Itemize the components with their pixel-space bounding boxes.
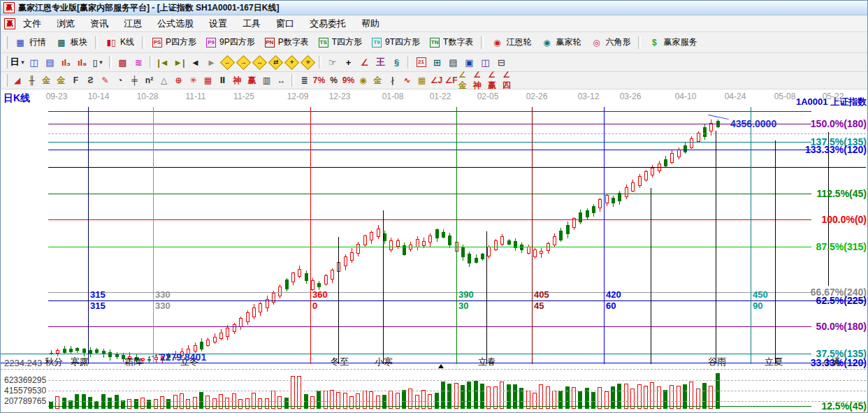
toolbar-button-crosshair[interactable]: + <box>340 55 356 70</box>
toolbar-button-star-target[interactable]: ✳ <box>186 74 201 87</box>
toolbar-button-ruler-123[interactable]: ▥ <box>259 74 274 87</box>
toolbar-button-shift-left[interactable]: ← <box>219 55 236 70</box>
toolbar-button-next-bar[interactable]: ► <box>203 55 219 70</box>
toolbar-button-prev-bar[interactable]: ◄ <box>187 55 203 70</box>
menu-item-帮助[interactable]: 帮助 <box>354 16 387 31</box>
toolbar-button-candle-pen[interactable]: ∤ <box>385 74 400 87</box>
toolbar-button-bars-9[interactable]: ıl₉ <box>74 55 90 70</box>
toolbar-button-winner-wheel[interactable]: ◉赢家轮 <box>536 35 586 50</box>
toolbar-button-candle-style[interactable]: ▯▼ <box>90 55 106 70</box>
toolbar-button-cycle-clock[interactable]: ◔ <box>113 74 127 87</box>
toolbar-button-percent[interactable]: % <box>326 74 341 87</box>
menu-item-资讯[interactable]: 资讯 <box>82 16 116 31</box>
toolbar-button-set-square[interactable]: △ <box>157 74 171 87</box>
toolbar-button-hexagon[interactable]: ◎六角形 <box>586 35 635 50</box>
volume-bar <box>415 395 419 409</box>
spiral-tool-icon: § <box>394 57 399 68</box>
toolbar-button-memo[interactable]: ▤ <box>445 55 461 70</box>
toolbar-button-ruler-gold-1[interactable]: 金 <box>39 74 54 87</box>
gann-vline <box>651 188 651 364</box>
toolbar-button-spiral-tool[interactable]: § <box>389 55 405 70</box>
toolbar-button-market-map[interactable]: ◫ <box>26 55 42 70</box>
toolbar-button-info-note[interactable]: ▤ <box>42 55 58 70</box>
menu-item-设置[interactable]: 设置 <box>201 16 235 31</box>
toolbar-button-ruler-dense[interactable]: ╪ <box>127 74 142 87</box>
toolbar-button-p-number-table[interactable]: PNP数字表 <box>260 35 314 50</box>
toolbar-button-wave-line[interactable]: ∿ <box>400 74 414 87</box>
toolbar-button-double-bar[interactable]: Ⅱ <box>215 74 230 87</box>
toolbar-button-zoom-in[interactable]: ⇄ <box>268 55 284 70</box>
toolbar-button-save[interactable]: ▣ <box>461 55 477 70</box>
toolbar-button-t-number-table[interactable]: TNT数字表 <box>425 35 478 50</box>
toolbar-button-angle-j[interactable]: ∠J <box>429 74 444 87</box>
solar-term-label: 寒露 <box>71 356 89 368</box>
toolbar-button-last-bar[interactable]: ►| <box>171 55 187 70</box>
toolbar-button-gold-lines[interactable]: 金 <box>370 74 385 87</box>
toolbar-button-gann-wheel[interactable]: ◉江恩轮 <box>486 35 536 50</box>
toolbar-button-angle-f[interactable]: ∠F <box>444 74 458 87</box>
toolbar-button-angle-si[interactable]: ∠四 <box>502 74 517 87</box>
toolbar-button-snapshot[interactable]: ◫ <box>477 55 493 70</box>
toolbar-button-ruler-n2[interactable]: n² <box>142 74 157 87</box>
toolbar-button-percent-7[interactable]: 7% <box>312 74 326 87</box>
toolbar-button-zoom-all[interactable]: ✳ <box>300 55 316 70</box>
menu-item-文件[interactable]: 文件 <box>15 16 49 31</box>
toolbar-button-draw-pen[interactable]: ◢ <box>10 74 24 87</box>
toolbar-button-ruler-plain[interactable]: ╫ <box>24 74 39 87</box>
menu-item-江恩[interactable]: 江恩 <box>116 16 150 31</box>
toolbar-button-print[interactable]: ⊟ <box>493 55 509 70</box>
toolbar-button-gann-frame[interactable]: 王 <box>372 55 389 70</box>
menu-item-窗口[interactable]: 窗口 <box>268 16 302 31</box>
toolbar-button-first-bar[interactable]: |◄ <box>155 55 171 70</box>
toolbar-button-width-arrows[interactable]: ↔ <box>274 74 289 87</box>
calendar-21-icon: 21 <box>417 57 426 67</box>
toolbar-button-period-day[interactable]: 日▼ <box>10 55 26 70</box>
ruler-gold-1-icon: 金 <box>43 75 51 87</box>
toolbar-button-angle-shen[interactable]: ∠神 <box>473 74 488 87</box>
toolbar-button-p-square[interactable]: PSP四方形 <box>147 35 201 50</box>
toolbar-button-quotes[interactable]: ▦行情 <box>10 35 51 50</box>
toolbar-button-gold-grid[interactable]: ▦ <box>414 74 429 87</box>
toolbar-button-pan-hand[interactable]: ☞ <box>324 55 340 70</box>
toolbar-button-ruler-gold-2[interactable]: 金 <box>54 74 68 87</box>
toolbar-button-t-square[interactable]: TST四方形 <box>314 35 367 50</box>
toolbar-button-red-pen[interactable]: ✎ <box>98 74 113 87</box>
menu-item-浏览[interactable]: 浏览 <box>49 16 82 31</box>
toolbar-button-scale-bars[interactable]: ≣ <box>297 74 312 87</box>
toolbar-button-target-circle[interactable]: ⊕ <box>171 74 186 87</box>
toolbar-button-grid-target[interactable]: ▦ <box>201 74 215 87</box>
toolbar-button-gann-chart[interactable]: ▩ <box>115 55 131 70</box>
toolbar-button-kline[interactable]: ▮▯K线 <box>101 35 139 50</box>
toolbar-button-calculator[interactable]: ⊞ <box>429 55 445 70</box>
toolbar-button-p9-square[interactable]: P99P四方形 <box>201 35 260 50</box>
toolbar-button-sectors[interactable]: ▩板块 <box>51 35 92 50</box>
toolbar-button-angle-gold[interactable]: ∠金 <box>458 74 473 87</box>
toolbar-button-ruler-shen[interactable]: 神 <box>230 74 245 87</box>
toolbar-button-ruler-ying[interactable]: 赢 <box>245 74 259 87</box>
t-number-table-label: T数字表 <box>443 36 473 48</box>
toolbar-button-ruler-3[interactable]: Ƨ <box>83 74 98 87</box>
toolbar-button-color-histogram[interactable]: ≋ <box>131 55 147 70</box>
date-tick: 03-12 <box>578 92 600 101</box>
prev-bar-icon: ◄ <box>191 57 200 68</box>
menu-item-交易委托[interactable]: 交易委托 <box>302 16 354 31</box>
toolbar-button-zoom-out[interactable]: + <box>284 55 300 70</box>
date-tick: 10-28 <box>137 92 159 101</box>
toolbar-button-gold-circle[interactable]: ◉ <box>356 74 370 87</box>
toolbar-button-ruler-f[interactable]: F <box>68 74 83 87</box>
quotes-label: 行情 <box>29 36 46 48</box>
toolbar-button-angle-ying[interactable]: ∠赢 <box>488 74 502 87</box>
toolbar-button-shift-right[interactable]: → <box>236 55 252 70</box>
toolbar-button-bars-3[interactable]: ıl₃ <box>58 55 74 70</box>
toolbar-button-percent-9[interactable]: 9% <box>341 74 356 87</box>
volume-bar <box>539 384 543 409</box>
menu-item-公式选股[interactable]: 公式选股 <box>150 16 201 31</box>
candle-pen-icon: ∤ <box>391 75 395 85</box>
toolbar-button-calendar-21[interactable]: 21 <box>413 55 429 70</box>
toolbar-button-winner-service[interactable]: $赢家服务 <box>644 35 702 50</box>
toolbar-button-angle-measure[interactable]: ∠ <box>356 55 372 70</box>
toolbar-button-t9-square[interactable]: T99T四方形 <box>367 35 425 50</box>
menu-item-工具[interactable]: 工具 <box>235 16 268 31</box>
toolbar-button-zoom-horizontal[interactable]: ↔ <box>252 55 268 70</box>
toolbar-separator <box>109 56 112 68</box>
